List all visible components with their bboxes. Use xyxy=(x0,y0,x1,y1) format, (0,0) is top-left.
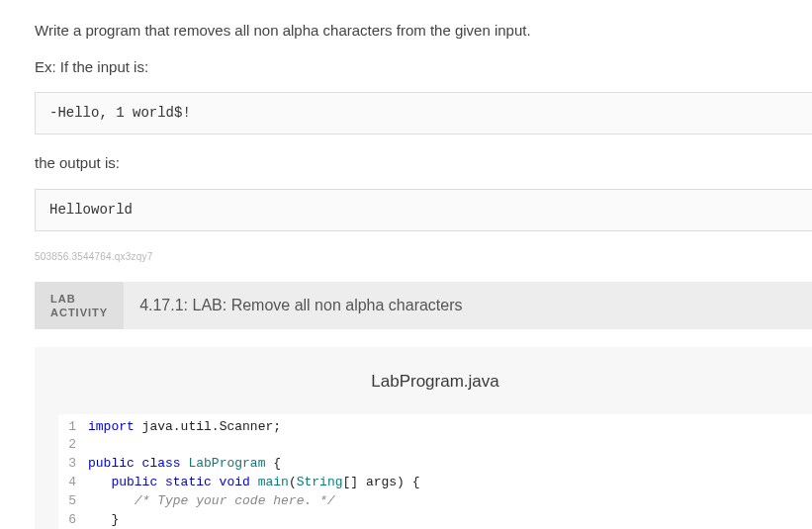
sample-output-box: Helloworld xyxy=(35,189,812,231)
code-content[interactable]: } xyxy=(84,511,119,529)
line-number: 1 xyxy=(58,418,84,437)
code-content[interactable]: public class LabProgram { xyxy=(84,455,281,474)
code-content[interactable]: /* Type your code here. */ xyxy=(84,492,335,511)
prompt-line-3: the output is: xyxy=(35,152,812,175)
lab-badge-line2: ACTIVITY xyxy=(50,306,108,319)
code-line[interactable]: 5 /* Type your code here. */ xyxy=(58,492,812,511)
code-content[interactable]: public static void main(String[] args) { xyxy=(84,474,420,492)
sample-input-box: -Hello, 1 world$! xyxy=(35,92,812,134)
filename-label: LabProgram.java xyxy=(58,363,812,414)
prompt-line-1: Write a program that removes all non alp… xyxy=(35,20,812,43)
line-number: 4 xyxy=(58,474,84,492)
id-string: 503856.3544764.qx3zqy7 xyxy=(35,249,812,264)
editor-panel: LabProgram.java 1import java.util.Scanne… xyxy=(35,347,812,529)
lab-banner: LAB ACTIVITY 4.17.1: LAB: Remove all non… xyxy=(35,282,812,330)
lab-title: 4.17.1: LAB: Remove all non alpha charac… xyxy=(124,282,478,330)
lab-activity-badge: LAB ACTIVITY xyxy=(35,282,124,330)
line-number: 5 xyxy=(58,492,84,511)
code-editor[interactable]: 1import java.util.Scanner;23public class… xyxy=(58,414,812,529)
line-number: 2 xyxy=(58,436,84,455)
code-line[interactable]: 2 xyxy=(58,436,812,455)
line-number: 3 xyxy=(58,455,84,474)
lab-badge-line1: LAB xyxy=(50,292,108,306)
code-content[interactable] xyxy=(84,436,88,455)
code-line[interactable]: 3public class LabProgram { xyxy=(58,455,812,474)
prompt-line-2: Ex: If the input is: xyxy=(35,56,812,79)
code-line[interactable]: 6 } xyxy=(58,511,812,529)
code-content[interactable]: import java.util.Scanner; xyxy=(84,418,281,437)
code-line[interactable]: 1import java.util.Scanner; xyxy=(58,418,812,437)
line-number: 6 xyxy=(58,511,84,529)
code-line[interactable]: 4 public static void main(String[] args)… xyxy=(58,474,812,492)
